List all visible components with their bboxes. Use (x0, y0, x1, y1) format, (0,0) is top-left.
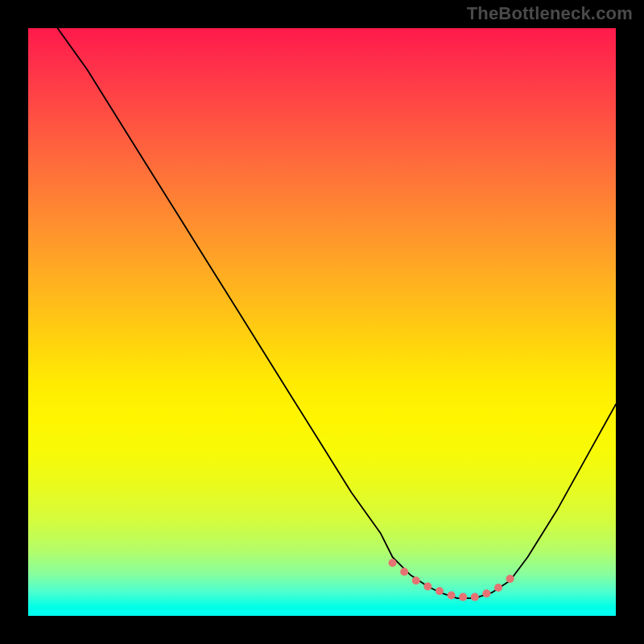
curve-layer (28, 28, 616, 616)
marker-dot (389, 559, 397, 567)
marker-dot (400, 568, 408, 576)
marker-dot (412, 576, 420, 584)
marker-dot (482, 589, 490, 597)
marker-dot (471, 593, 479, 601)
optimal-range-markers (389, 559, 514, 601)
bottleneck-curve (58, 28, 617, 598)
watermark-text: TheBottleneck.com (467, 3, 633, 24)
chart-frame: TheBottleneck.com (0, 0, 644, 644)
marker-dot (506, 575, 514, 583)
marker-dot (448, 592, 456, 600)
marker-dot (459, 593, 467, 601)
plot-area (28, 28, 616, 616)
marker-dot (436, 587, 444, 595)
marker-dot (494, 584, 502, 592)
marker-dot (423, 583, 431, 591)
